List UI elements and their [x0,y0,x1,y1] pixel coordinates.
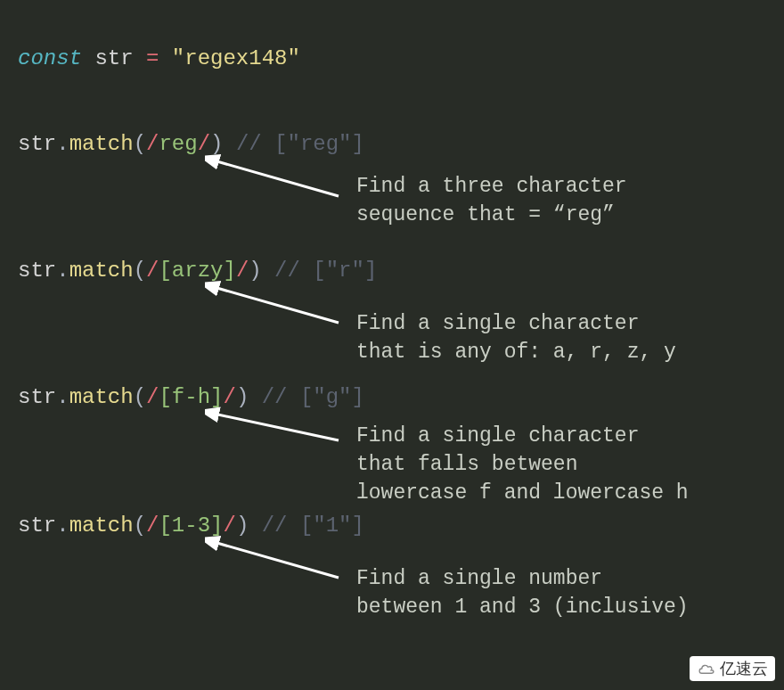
paren-open: ( [134,132,146,156]
arrow-icon [205,533,347,587]
obj: str [18,132,56,156]
comment: // ["r"] [274,259,377,283]
space [249,385,261,409]
regex-body: [1-3] [159,513,223,538]
regex-open: / [146,259,159,283]
keyword-const: const [18,46,82,70]
arrow-icon [205,278,347,332]
regex-body: [arzy] [159,259,235,283]
svg-line-0 [214,160,339,196]
regex-open: / [146,513,159,538]
regex-body: reg [159,132,197,156]
annotation-line: Find a single number [356,564,689,593]
annotation-line: sequence that = “reg” [356,201,627,229]
watermark: 亿速云 [690,656,775,681]
dot: . [56,132,69,156]
svg-line-2 [214,414,339,440]
string-literal: "regex148" [172,46,300,70]
comment: // ["reg"] [236,132,364,156]
space [262,259,274,283]
method-match: match [69,132,134,156]
declaration-line: const str = "regex148" [18,46,300,70]
svg-line-1 [214,287,339,323]
regex-close: / [236,259,249,283]
dot: . [56,385,69,409]
annotation-1: Find a three character sequence that = “… [356,172,627,229]
method-match: match [69,513,134,538]
example-3-line: str.match(/[f-h]/) // ["g"] [18,385,364,409]
operator-eq: = [146,46,159,70]
regex-body: [f-h] [159,385,223,409]
annotation-3: Find a single character that falls betwe… [356,422,689,508]
svg-line-3 [214,542,339,578]
regex-close: / [223,513,235,538]
arrow-icon [205,405,347,449]
annotation-line: that falls between [356,450,689,479]
comment: // ["g"] [262,385,364,409]
dot: . [56,259,69,283]
obj: str [18,259,56,283]
regex-close: / [223,385,235,409]
annotation-line: Find a single character [356,309,676,338]
paren-close: ) [236,385,249,409]
ident-str: str [94,46,133,70]
paren-close: ) [249,259,261,283]
space [249,513,261,538]
annotation-4: Find a single number between 1 and 3 (in… [356,564,689,621]
paren-close: ) [236,513,249,538]
annotation-line: that is any of: a, r, z, y [356,338,676,366]
annotation-line: Find a single character [356,422,689,450]
dot: . [56,513,69,538]
annotation-2: Find a single character that is any of: … [356,309,676,366]
arrow-icon [205,152,347,205]
annotation-line: Find a three character [356,172,627,201]
watermark-text: 亿速云 [720,658,768,679]
paren-close: ) [210,132,223,156]
annotation-line: between 1 and 3 (inclusive) [356,593,689,621]
example-2-line: str.match(/[arzy]/) // ["r"] [18,259,377,283]
regex-open: / [146,132,159,156]
example-1-line: str.match(/reg/) // ["reg"] [18,132,364,156]
annotation-line: lowercase f and lowercase h [356,479,689,507]
comment: // ["1"] [262,513,364,538]
method-match: match [69,385,134,409]
space [223,132,235,156]
example-4-line: str.match(/[1-3]/) // ["1"] [18,513,364,538]
paren-open: ( [134,259,146,283]
regex-open: / [146,385,159,409]
paren-open: ( [134,385,146,409]
regex-close: / [198,132,210,156]
cloud-icon [697,662,716,675]
paren-open: ( [134,513,146,538]
obj: str [18,513,56,538]
method-match: match [69,259,134,283]
obj: str [18,385,56,409]
